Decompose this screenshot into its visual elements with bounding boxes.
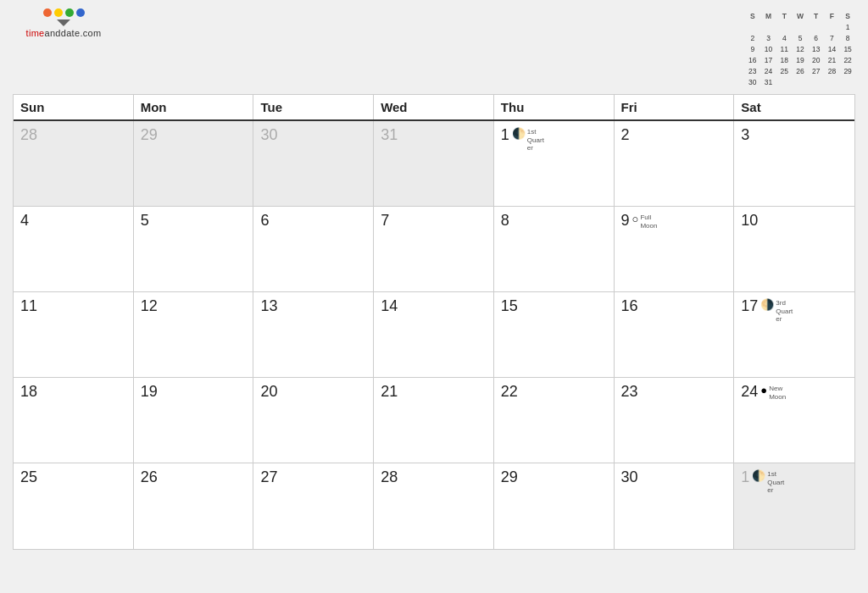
day-number: 5 [141, 212, 149, 230]
mini-day[interactable]: 26 [793, 66, 808, 76]
calendar-cell-1-1[interactable]: 28 [14, 121, 134, 206]
calendar-cell-2-7[interactable]: 10 [734, 207, 854, 291]
day-row: 20 [260, 383, 366, 402]
calendar-cell-5-1[interactable]: 25 [14, 463, 134, 549]
day-number: 3 [741, 126, 749, 144]
calendar-cell-3-2[interactable]: 12 [134, 292, 254, 377]
day-number: 9 [621, 212, 630, 230]
mini-day[interactable]: 19 [793, 55, 808, 65]
mini-day[interactable]: 18 [776, 55, 792, 65]
calendar-cell-5-7[interactable]: 1🌓1st Quart er [734, 463, 854, 549]
mini-day[interactable]: 25 [776, 66, 792, 76]
calendar-cell-5-6[interactable]: 30 [615, 463, 735, 549]
day-number: 22 [501, 383, 518, 401]
day-number: 10 [741, 212, 758, 230]
mini-day[interactable]: 28 [825, 66, 840, 76]
mini-day[interactable]: 17 [761, 55, 776, 65]
mini-day[interactable] [776, 22, 792, 32]
mini-day[interactable]: 14 [825, 44, 840, 54]
mini-day[interactable]: 27 [809, 66, 824, 76]
calendar-cell-1-3[interactable]: 30 [253, 121, 374, 206]
calendar-cell-1-4[interactable]: 31 [374, 121, 494, 206]
calendar-cell-3-7[interactable]: 17🌗3rd Quart er [734, 292, 854, 377]
mini-day[interactable]: 11 [776, 44, 792, 54]
calendar-cell-2-5[interactable]: 8 [494, 207, 615, 291]
calendar-cell-2-3[interactable]: 6 [253, 207, 374, 291]
mini-day[interactable]: 31 [761, 77, 776, 87]
calendar-cell-3-6[interactable]: 16 [615, 292, 735, 377]
calendar-cell-4-4[interactable]: 21 [374, 378, 494, 463]
mini-day[interactable] [825, 22, 840, 32]
mini-day[interactable]: 10 [761, 44, 776, 54]
mini-day[interactable] [793, 77, 808, 87]
calendar-cell-1-7[interactable]: 3 [734, 121, 854, 206]
logo-dots [43, 8, 85, 17]
mini-day[interactable]: 23 [745, 66, 760, 76]
day-row: 14 [381, 297, 487, 317]
day-number: 19 [141, 383, 158, 401]
mini-day[interactable] [825, 77, 840, 87]
mini-day[interactable] [761, 22, 776, 32]
calendar-cell-1-5[interactable]: 1🌓1st Quart er [494, 121, 615, 206]
calendar-cell-5-3[interactable]: 27 [253, 463, 374, 549]
mini-day[interactable]: 15 [840, 44, 855, 54]
main-title [114, 8, 745, 17]
day-row: 15 [501, 297, 607, 317]
mini-day[interactable]: 29 [840, 66, 855, 76]
calendar-cell-3-4[interactable]: 14 [374, 292, 494, 377]
calendar-cell-2-1[interactable]: 4 [14, 207, 134, 291]
col-header-fri: Fri [615, 95, 735, 119]
calendar-cell-3-5[interactable]: 15 [494, 292, 615, 377]
mini-day[interactable] [840, 77, 855, 87]
mini-day[interactable]: 16 [745, 55, 760, 65]
calendar-cell-1-6[interactable]: 2 [615, 121, 735, 206]
mini-day[interactable]: 6 [809, 33, 824, 43]
day-number: 29 [141, 126, 158, 144]
day-number: 11 [20, 297, 37, 315]
calendar-cell-2-2[interactable]: 5 [134, 207, 254, 291]
mini-day[interactable]: 4 [776, 33, 792, 43]
day-row: 6 [260, 212, 366, 231]
calendar-cell-1-2[interactable]: 29 [134, 121, 254, 206]
mini-day[interactable]: 22 [840, 55, 855, 65]
calendar-cell-5-2[interactable]: 26 [134, 463, 254, 549]
mini-day[interactable] [809, 22, 824, 32]
mini-day[interactable]: 5 [793, 33, 808, 43]
calendar-cell-4-3[interactable]: 20 [253, 378, 374, 463]
calendar-cell-2-6[interactable]: 9○Full Moon [615, 207, 735, 291]
calendar-cell-5-4[interactable]: 28 [374, 463, 494, 549]
mini-day[interactable]: 3 [761, 33, 776, 43]
calendar-cell-5-5[interactable]: 29 [494, 463, 615, 549]
calendar-week-5: 2526272829301🌓1st Quart er [14, 463, 854, 549]
mini-day[interactable]: 2 [745, 33, 760, 43]
mini-day[interactable] [793, 22, 808, 32]
calendar-cell-4-5[interactable]: 22 [494, 378, 615, 463]
logo-brand[interactable]: time [26, 28, 45, 38]
calendar-cell-4-7[interactable]: 24●New Moon [734, 378, 854, 463]
mini-day[interactable] [776, 77, 792, 87]
moon-phase: 🌓1st Quart er [752, 470, 784, 495]
mini-day[interactable]: 7 [825, 33, 840, 43]
col-header-wed: Wed [374, 95, 494, 119]
mini-day[interactable] [809, 77, 824, 87]
day-row: 9○Full Moon [621, 212, 727, 231]
mini-day[interactable]: 24 [761, 66, 776, 76]
col-header-tue: Tue [253, 95, 374, 119]
calendar-cell-2-4[interactable]: 7 [374, 207, 494, 291]
mini-day[interactable]: 9 [745, 44, 760, 54]
calendar-cell-3-1[interactable]: 11 [14, 292, 134, 377]
calendar-cell-4-1[interactable]: 18 [14, 378, 134, 463]
mini-day[interactable]: 30 [745, 77, 760, 87]
calendar-cell-4-2[interactable]: 19 [134, 378, 254, 463]
mini-day[interactable]: 21 [825, 55, 840, 65]
mini-day[interactable] [745, 22, 760, 32]
mini-day[interactable]: 12 [793, 44, 808, 54]
mini-day[interactable]: 8 [840, 33, 855, 43]
calendar-cell-3-3[interactable]: 13 [253, 292, 374, 377]
day-number: 4 [20, 212, 29, 230]
mini-day[interactable]: 20 [809, 55, 824, 65]
mini-day[interactable]: 13 [809, 44, 824, 54]
page: { "header": { "title": "June 2017", "log… [0, 0, 868, 593]
calendar-cell-4-6[interactable]: 23 [615, 378, 735, 463]
mini-day[interactable]: 1 [840, 22, 855, 32]
